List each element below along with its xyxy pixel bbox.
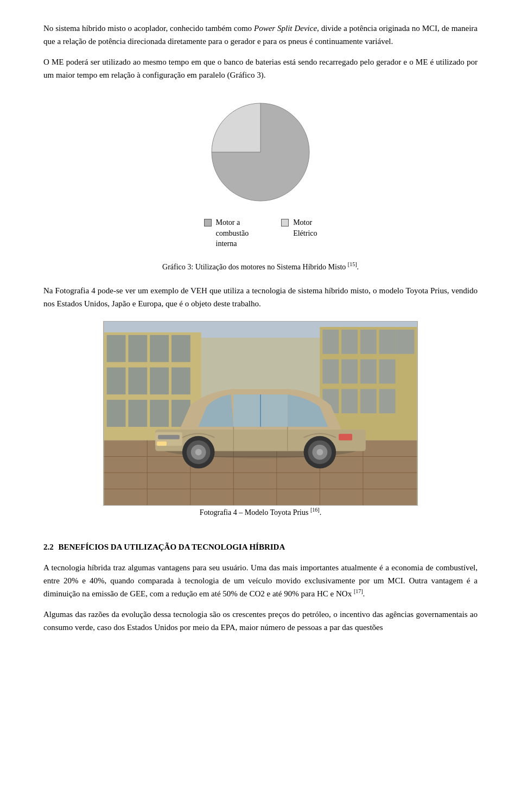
svg-rect-10 (171, 367, 190, 394)
legend-label-electric: MotorElétrico (293, 217, 317, 238)
pie-chart-wrap (206, 98, 315, 206)
svg-rect-5 (150, 335, 169, 362)
car-image (103, 321, 418, 506)
paragraph-intro2: O ME poderá ser utilizado ao mesmo tempo… (43, 55, 478, 81)
content-block: No sistema híbrido misto o acoplador, co… (43, 22, 478, 634)
car-svg (104, 322, 417, 505)
svg-rect-26 (341, 389, 358, 413)
section-title: BENEFÍCIOS DA UTILIZAÇÃO DA TECNOLOGIA H… (59, 543, 285, 551)
svg-rect-18 (360, 330, 377, 354)
svg-rect-13 (150, 400, 169, 427)
svg-rect-11 (107, 400, 126, 427)
pie-chart (206, 98, 315, 206)
legend-container: Motor acombustãointerna MotorElétrico (204, 217, 317, 249)
svg-rect-45 (158, 435, 180, 439)
chart-caption-text: Gráfico 3: Utilização dos motores no Sis… (162, 262, 348, 270)
svg-rect-28 (379, 389, 396, 413)
legend-box-combustion (204, 219, 212, 226)
svg-rect-17 (341, 330, 358, 354)
svg-rect-9 (150, 367, 169, 394)
svg-rect-27 (360, 389, 377, 413)
svg-rect-46 (157, 442, 167, 446)
italic-power-split: Power Split Device (254, 24, 317, 33)
svg-rect-19 (379, 330, 396, 354)
svg-point-51 (195, 449, 202, 455)
svg-rect-4 (128, 335, 147, 362)
benefits1-text: A tecnologia híbrida traz algumas vantag… (43, 563, 478, 598)
svg-rect-23 (360, 359, 377, 383)
svg-point-55 (316, 449, 323, 455)
chart-ref: [15] (348, 261, 357, 267)
photo-ref: [16] (310, 507, 320, 513)
paragraph-benefits2: Algumas das razões da evolução dessa tec… (43, 608, 478, 634)
svg-rect-6 (171, 335, 190, 362)
paragraph-benefits1: A tecnologia híbrida traz algumas vantag… (43, 561, 478, 600)
benefits1-ref: [17] (354, 588, 363, 594)
svg-rect-22 (341, 359, 358, 383)
svg-rect-21 (322, 359, 339, 383)
section-number: 2.2 (43, 543, 54, 551)
legend-item-combustion: Motor acombustãointerna (204, 217, 249, 249)
svg-rect-12 (128, 400, 147, 427)
svg-rect-7 (107, 367, 126, 394)
legend-label-combustion: Motor acombustãointerna (216, 217, 249, 249)
svg-rect-8 (128, 367, 147, 394)
photo-caption-text: Fotografia 4 – Modelo Toyota Prius (200, 508, 310, 516)
legend-box-electric (281, 219, 289, 226)
chart-caption: Gráfico 3: Utilização dos motores no Sis… (43, 260, 478, 273)
photo-caption: Fotografia 4 – Modelo Toyota Prius [16]. (200, 506, 321, 519)
paragraph-intro1: No sistema híbrido misto o acoplador, co… (43, 22, 478, 48)
paragraph-photo-intro: Na Fotografia 4 pode-se ver um exemplo d… (43, 284, 478, 310)
photo-container: Fotografia 4 – Modelo Toyota Prius [16]. (43, 321, 478, 530)
svg-rect-47 (339, 434, 352, 440)
chart-container: Motor acombustãointerna MotorElétrico (43, 98, 478, 255)
legend-item-electric: MotorElétrico (281, 217, 317, 238)
section-heading: 2.2 BENEFÍCIOS DA UTILIZAÇÃO DA TECNOLOG… (43, 540, 478, 553)
svg-rect-24 (379, 359, 396, 383)
svg-rect-3 (107, 335, 126, 362)
svg-rect-16 (322, 330, 339, 354)
svg-rect-20 (396, 330, 415, 354)
